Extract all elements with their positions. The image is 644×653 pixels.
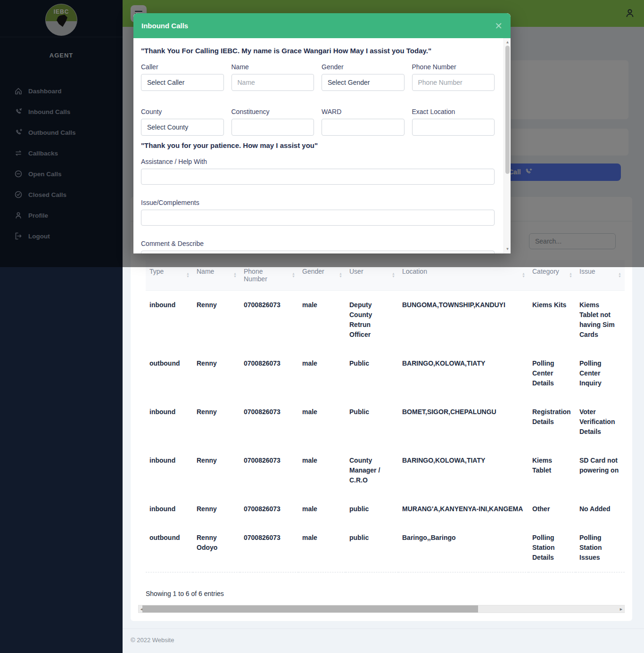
table-cell: Polling Center Details [528,349,576,398]
column-header-label: Type [149,268,164,275]
column-header-label: Gender [302,268,324,275]
gender-label: Gender [322,63,405,71]
table-cell: BOMET,SIGOR,CHEPALUNGU [398,398,528,446]
constituency-input[interactable] [231,119,314,136]
table-cell: inbound [146,398,193,446]
table-cell: SD Card not powering on [576,446,625,495]
inbound-calls-modal: Inbound Calls ✕ "Thank You For Calling I… [133,13,511,253]
table-row: inboundRenny0700826073malepublicMURANG'A… [146,495,625,523]
table-cell: 0700826073 [240,495,298,523]
name-input[interactable] [231,74,314,91]
copyright-text: © 2022 Website [123,629,644,644]
table-cell: male [298,446,346,495]
assistance-field-group: Assistance / Help With [141,158,495,185]
sort-icon: ▲▼ [392,272,395,278]
comment-describe-label: Comment & Describe [141,240,495,248]
sort-icon: ▲▼ [569,272,572,278]
constituency-field-group: Constituency [231,108,314,136]
phone-number-label: Phone Number [412,63,495,71]
comment-describe-input[interactable] [141,251,495,253]
exact-location-field-group: Exact Location [412,108,495,136]
table-cell: Deputy County Retrun Officer [346,291,398,350]
county-label: County [141,108,224,116]
entries-summary: Showing 1 to 6 of 6 entries [146,590,224,597]
modal-scrollbar-thumb[interactable] [505,46,510,174]
column-header-label: Name [197,268,214,275]
table-cell: outbound [146,523,193,572]
calls-table: Type▲▼Name▲▼Phone Number▲▼Gender▲▼User▲▼… [146,260,625,572]
table-cell: male [298,495,346,523]
comment-describe-field-group: Comment & Describe [141,240,495,253]
phone-number-input[interactable] [412,74,495,91]
table-body: inboundRenny0700826073maleDeputy County … [146,291,625,572]
table-row: outboundRenny0700826073malePublicBARINGO… [146,349,625,398]
close-icon[interactable]: ✕ [495,21,503,31]
table-cell: Renny [193,495,240,523]
table-cell: Renny [193,291,240,350]
table-row: inboundRenny0700826073maleCounty Manager… [146,446,625,495]
table-cell: Kiems Kits [528,291,576,350]
table-cell: public [346,523,398,572]
exact-location-label: Exact Location [412,108,495,116]
ward-input[interactable] [322,119,405,136]
scroll-right-icon[interactable]: ► [619,607,623,612]
table-cell: male [298,523,346,572]
phone-field-group: Phone Number [412,63,495,91]
table-cell: inbound [146,495,193,523]
table-cell: Baringo,,Baringo [398,523,528,572]
table-cell: 0700826073 [240,349,298,398]
sort-icon: ▲▼ [618,272,621,278]
assistance-label: Assistance / Help With [141,158,495,166]
modal-title: Inbound Calls [141,22,188,30]
sort-icon: ▲▼ [292,272,295,278]
sort-icon: ▲▼ [233,272,237,278]
table-cell: BARINGO,KOLOWA,TIATY [398,349,528,398]
county-field-group: County Select County [141,108,224,136]
column-header-label: Issue [579,268,595,275]
table-cell: Renny [193,349,240,398]
exact-location-input[interactable] [412,119,495,136]
column-header-label: User [349,268,363,275]
table-cell: Public [346,398,398,446]
scroll-down-icon[interactable]: ▼ [504,247,511,252]
table-cell: 0700826073 [240,523,298,572]
table-cell: Polling Station Details [528,523,576,572]
assistance-input[interactable] [141,169,495,185]
gender-select[interactable]: Select Gender [322,74,405,91]
table-cell: Other [528,495,576,523]
table-cell: County Manager / C.R.O [346,446,398,495]
table-cell: Renny Odoyo [193,523,240,572]
page-footer: © 2022 Website [123,629,644,644]
horizontal-scrollbar[interactable]: ◄ ► [138,605,625,613]
table-cell: 0700826073 [240,446,298,495]
constituency-label: Constituency [231,108,314,116]
table-cell: 0700826073 [240,291,298,350]
sort-icon: ▲▼ [339,272,342,278]
modal-header: Inbound Calls ✕ [133,13,511,38]
table-cell: BUNGOMA,TOWNSHIP,KANDUYI [398,291,528,350]
table-cell: inbound [146,291,193,350]
county-select[interactable]: Select County [141,119,224,136]
patience-script-text: "Thank you for your patience. How may I … [141,141,495,149]
table-cell: Public [346,349,398,398]
table-cell: public [346,495,398,523]
modal-scrollbar[interactable]: ▲ ▼ [504,38,511,253]
table-row: outboundRenny Odoyo0700826073malepublicB… [146,523,625,572]
gender-field-group: Gender Select Gender [322,63,405,91]
scrollbar-thumb[interactable] [142,605,478,612]
sort-icon: ▲▼ [522,272,525,278]
table-cell: male [298,398,346,446]
sort-icon: ▲▼ [186,272,190,278]
caller-select[interactable]: Select Caller [141,74,224,91]
table-cell: Kiems Tablet not having Sim Cards [576,291,625,350]
form-row-1: Caller Select Caller Name Gender Select … [141,63,495,91]
form-row-2: County Select County Constituency WARD E… [141,108,495,136]
ward-field-group: WARD [322,108,405,136]
table-row: inboundRenny0700826073maleDeputy County … [146,291,625,350]
issue-complements-input[interactable] [141,210,495,226]
caller-field-group: Caller Select Caller [141,63,224,91]
scroll-up-icon[interactable]: ▲ [504,40,511,45]
issue-complements-field-group: Issue/Complements [141,199,495,226]
table-cell: outbound [146,349,193,398]
table-cell: Polling Center Inquiry [576,349,625,398]
